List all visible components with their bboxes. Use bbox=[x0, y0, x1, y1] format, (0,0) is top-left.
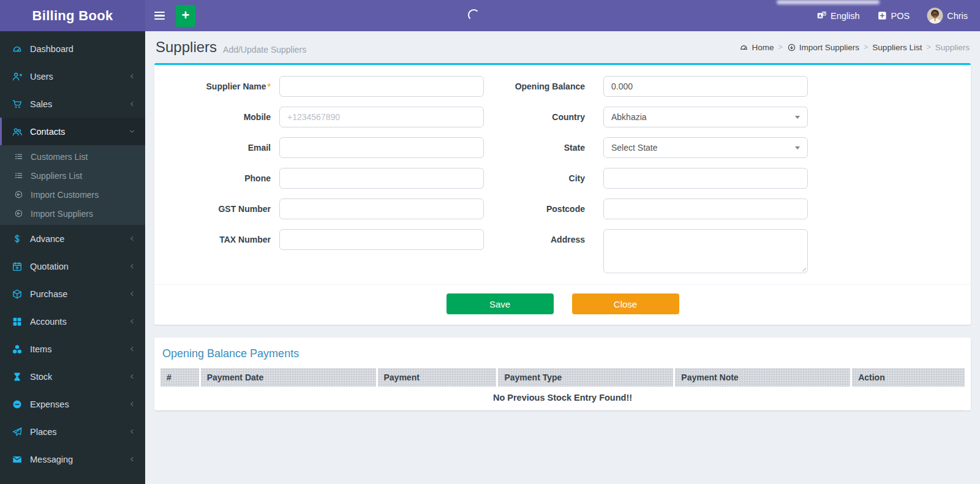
required-asterisk: * bbox=[268, 81, 271, 91]
sidebar-subitem-import-suppliers[interactable]: Import Suppliers bbox=[0, 204, 145, 223]
form-row-opening-balance: Opening Balance bbox=[484, 76, 818, 97]
sidebar-item-dashboard[interactable]: Dashboard bbox=[0, 35, 145, 62]
breadcrumb-item-suppliers-list[interactable]: Suppliers List bbox=[872, 43, 922, 52]
payments-table-header-row: #Payment DatePaymentPayment TypePayment … bbox=[160, 368, 965, 387]
user-avatar bbox=[927, 7, 943, 24]
opening-balance-control bbox=[603, 76, 808, 97]
breadcrumb-separator: > bbox=[778, 43, 782, 51]
loading-spinner-icon bbox=[468, 9, 480, 21]
form-row-country: CountryAbkhazia bbox=[484, 107, 818, 127]
supplier-name-input[interactable] bbox=[279, 76, 484, 97]
sidebar-item-sales[interactable]: Sales bbox=[0, 90, 145, 118]
city-input[interactable] bbox=[603, 168, 808, 189]
form-row-phone: Phone bbox=[170, 168, 484, 189]
sidebar-item-purchase[interactable]: Purchase bbox=[0, 280, 145, 308]
breadcrumb-item-home[interactable]: Home bbox=[739, 41, 774, 53]
sidebar-item-users[interactable]: Users bbox=[0, 62, 145, 90]
state-select[interactable]: Select State bbox=[603, 137, 808, 158]
caret-down-icon bbox=[795, 116, 800, 119]
sidebar-item-expenses[interactable]: Expenses bbox=[0, 390, 145, 418]
sidebar-subitem-suppliers-list[interactable]: Suppliers List bbox=[0, 166, 145, 185]
dollar-icon bbox=[11, 233, 23, 245]
user-plus-icon bbox=[11, 70, 23, 83]
tachometer-icon bbox=[739, 41, 748, 53]
chevron-left-icon bbox=[128, 345, 136, 353]
minus-circle-icon bbox=[11, 398, 23, 410]
pos-button[interactable]: POS bbox=[877, 10, 910, 21]
sidebar-item-stock[interactable]: Stock bbox=[0, 363, 145, 390]
tax-number-control bbox=[279, 229, 484, 250]
sidebar: DashboardUsersSalesContactsCustomers Lis… bbox=[0, 31, 145, 484]
breadcrumb-label: Suppliers bbox=[935, 43, 970, 52]
navbar-right: English POS bbox=[816, 7, 980, 24]
form-row-city: City bbox=[484, 168, 818, 189]
mobile-input[interactable] bbox=[279, 107, 484, 127]
sidebar-item-places[interactable]: Places bbox=[0, 418, 145, 445]
country-select[interactable]: Abkhazia bbox=[603, 107, 808, 127]
opening-balance-input[interactable] bbox=[603, 76, 808, 97]
sidebar-item-contacts[interactable]: Contacts bbox=[0, 118, 145, 145]
sidebar-item-accounts[interactable]: Accounts bbox=[0, 308, 145, 335]
chevron-left-icon bbox=[128, 262, 136, 270]
page-title: Suppliers bbox=[156, 39, 217, 56]
sidebar-subitem-label: Import Suppliers bbox=[31, 209, 93, 219]
user-menu[interactable]: Chris bbox=[927, 7, 968, 24]
breadcrumb-item-suppliers: Suppliers bbox=[935, 43, 970, 52]
sidebar-item-label: Purchase bbox=[30, 289, 67, 299]
sidebar-item-messaging[interactable]: Messaging bbox=[0, 445, 145, 473]
country-label: Country bbox=[484, 107, 585, 122]
breadcrumb-separator: > bbox=[926, 43, 930, 51]
gst-number-label: GST Number bbox=[170, 199, 271, 214]
breadcrumb-item-import-suppliers[interactable]: Import Suppliers bbox=[787, 41, 859, 53]
opening-balance-payments-card: Opening Balance Payments #Payment DatePa… bbox=[154, 338, 971, 410]
sidebar-item-quotation[interactable]: Quotation bbox=[0, 252, 145, 280]
column-header-payment: Payment bbox=[378, 368, 499, 387]
sidebar-item-items[interactable]: Items bbox=[0, 335, 145, 363]
chevron-left-icon bbox=[128, 100, 136, 108]
address-control bbox=[603, 229, 808, 273]
save-button[interactable]: Save bbox=[447, 293, 554, 314]
plus-icon: + bbox=[182, 9, 190, 22]
form-row-mobile: Mobile bbox=[170, 107, 484, 127]
mobile-label: Mobile bbox=[170, 107, 271, 122]
sidebar-item-advance[interactable]: Advance bbox=[0, 225, 145, 252]
chevron-left-icon bbox=[128, 235, 136, 243]
email-input[interactable] bbox=[279, 137, 484, 158]
sidebar-subitem-customers-list[interactable]: Customers List bbox=[0, 147, 145, 166]
sidebar-subitem-import-customers[interactable]: Import Customers bbox=[0, 185, 145, 204]
form-row-email: Email bbox=[170, 137, 484, 158]
arrow-circle-left-icon bbox=[12, 208, 24, 220]
supplier-name-control bbox=[279, 76, 484, 97]
sidebar-menu: DashboardUsersSalesContactsCustomers Lis… bbox=[0, 31, 145, 473]
chevron-left-icon bbox=[128, 290, 136, 298]
app-logo[interactable]: Billing Book bbox=[0, 0, 145, 31]
form-row-tax-number: TAX Number bbox=[170, 229, 484, 250]
close-button[interactable]: Close bbox=[572, 293, 679, 314]
quick-add-button[interactable]: + bbox=[176, 5, 195, 27]
form-row-state: StateSelect State bbox=[484, 137, 818, 158]
sidebar-item-label: Contacts bbox=[30, 127, 65, 137]
address-textarea[interactable] bbox=[603, 229, 808, 273]
tax-number-input[interactable] bbox=[279, 229, 484, 250]
phone-input[interactable] bbox=[279, 168, 484, 189]
language-menu[interactable]: English bbox=[816, 10, 860, 21]
payments-section-title: Opening Balance Payments bbox=[160, 344, 965, 368]
cart-icon bbox=[11, 98, 23, 110]
envelope-icon bbox=[11, 453, 23, 466]
postcode-input[interactable] bbox=[603, 199, 808, 219]
country-control: Abkhazia bbox=[603, 107, 808, 127]
selected-value: Abkhazia bbox=[611, 112, 647, 122]
sidebar-subitem-label: Import Customers bbox=[31, 190, 99, 200]
email-label: Email bbox=[170, 137, 271, 153]
submenu-contacts: Customers ListSuppliers ListImport Custo… bbox=[0, 145, 145, 225]
phone-control bbox=[279, 168, 484, 189]
email-control bbox=[279, 137, 484, 158]
sidebar-item-label: Messaging bbox=[30, 455, 73, 464]
plus-square-icon bbox=[877, 10, 888, 21]
sidebar-item-label: Places bbox=[30, 427, 57, 437]
column-header-num: # bbox=[160, 368, 201, 387]
hamburger-icon[interactable] bbox=[145, 0, 173, 31]
gst-number-input[interactable] bbox=[279, 199, 484, 219]
city-control bbox=[603, 168, 808, 189]
pos-label: POS bbox=[891, 11, 910, 21]
